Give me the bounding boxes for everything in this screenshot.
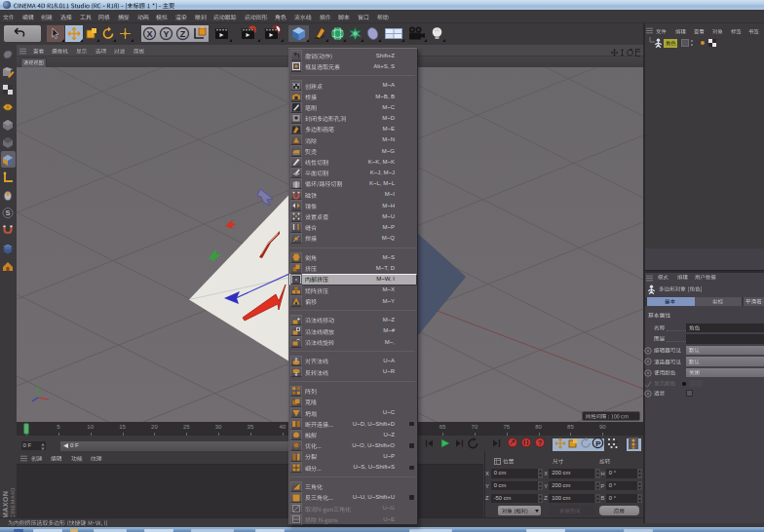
svg-text:S: S — [5, 209, 10, 217]
svg-text:Z: Z — [180, 29, 186, 39]
svg-text:Y: Y — [163, 29, 169, 39]
svg-text:X: X — [146, 29, 152, 39]
svg-text:P: P — [595, 439, 601, 448]
svg-text:?: ? — [537, 439, 541, 446]
